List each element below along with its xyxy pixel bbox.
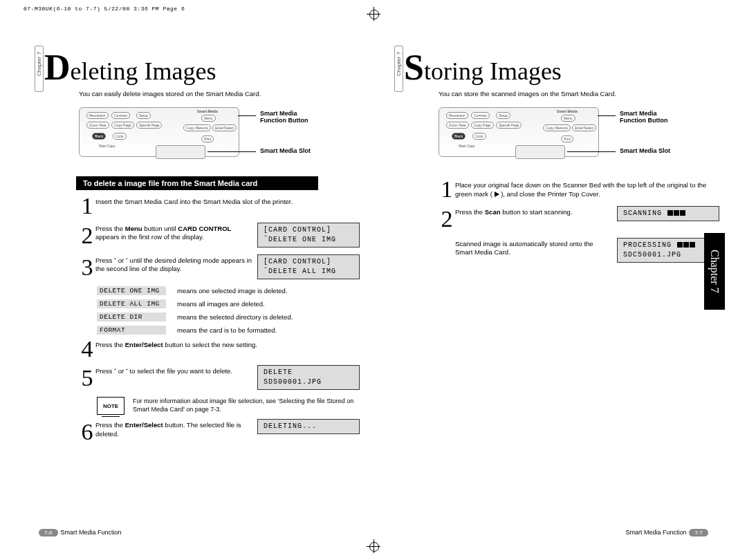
step-1: 1 Insert the Smart Media Card into the S… bbox=[79, 196, 360, 217]
note-callout: NOTE For more information about image fi… bbox=[97, 397, 360, 415]
left-page: Chapter 7 Deleting Images You can easily… bbox=[28, 53, 360, 451]
step-2-right: 2 Press the Scan button to start scannin… bbox=[439, 206, 719, 232]
control-panel-illustration: Resolution Contrast Setup Zoom Rate Copy… bbox=[79, 107, 239, 157]
step-5: 5 Press ˆ or ˇ to select the file you wa… bbox=[79, 365, 360, 391]
green-mark-icon bbox=[495, 192, 499, 197]
page-title-left: Deleting Images bbox=[44, 53, 360, 86]
smart-media-slot-icon bbox=[515, 145, 565, 159]
lcd-display: DELETING... bbox=[257, 419, 360, 434]
callout-function-button: Smart Media Function Button bbox=[620, 110, 667, 124]
callout-slot: Smart Media Slot bbox=[620, 147, 670, 154]
lcd-display: [CARD CONTROL] ˇDELETE ALL IMG bbox=[257, 254, 360, 279]
page-title-right: Storing Images bbox=[404, 53, 719, 86]
callout-slot: Smart Media Slot bbox=[260, 147, 311, 154]
smart-media-slot-icon bbox=[156, 145, 205, 159]
footer-right: Smart Media Function7-7 bbox=[625, 529, 711, 536]
step-6: 6 Press the Enter/Select button. The sel… bbox=[79, 419, 360, 445]
printer-panel-figure-right: Resolution Contrast Setup Zoom Rate Copy… bbox=[439, 107, 719, 164]
control-panel-illustration: Resolution Contrast Setup Zoom Rate Copy… bbox=[439, 107, 599, 157]
section-heading: To delete a image file from the Smart Me… bbox=[76, 176, 318, 190]
definition-list: DELETE ONE IMGmeans one selected image i… bbox=[97, 286, 360, 335]
step-1-right: 1 Place your original face down on the S… bbox=[439, 179, 719, 200]
side-chapter-tab: Chapter 7 bbox=[704, 233, 725, 310]
printer-panel-figure-left: Resolution Contrast Setup Zoom Rate Copy… bbox=[79, 107, 360, 164]
step-3: 3 Press ˆ or ˇ until the desired deletin… bbox=[79, 254, 360, 281]
lcd-display: [CARD CONTROL] ˇDELETE ONE IMG bbox=[257, 223, 360, 248]
intro-right: You can store the scanned images on the … bbox=[439, 90, 719, 97]
callout-function-button: Smart Media Function Button bbox=[260, 110, 308, 124]
footer-left: 7-6Smart Media Function bbox=[36, 529, 122, 536]
step-4: 4 Press the Enter/Select button to selec… bbox=[79, 339, 360, 360]
step-2b-right: Scanned image is automatically stored on… bbox=[439, 238, 719, 263]
chapter-tab-right: Chapter 7 bbox=[394, 46, 403, 92]
lcd-display: SCANNING bbox=[617, 206, 719, 221]
lcd-display: DELETE SDS00001.JPG bbox=[257, 365, 360, 390]
intro-left: You can easily delete images stored on t… bbox=[79, 90, 360, 97]
step-2: 2 Press the Menu button until CARD CONTR… bbox=[79, 223, 360, 249]
chapter-tab-left: Chapter 7 bbox=[35, 46, 44, 92]
right-page: Chapter 7 Storing Images You can store t… bbox=[387, 53, 719, 451]
crop-mark-top bbox=[367, 7, 380, 21]
crop-mark-bottom bbox=[367, 539, 380, 553]
